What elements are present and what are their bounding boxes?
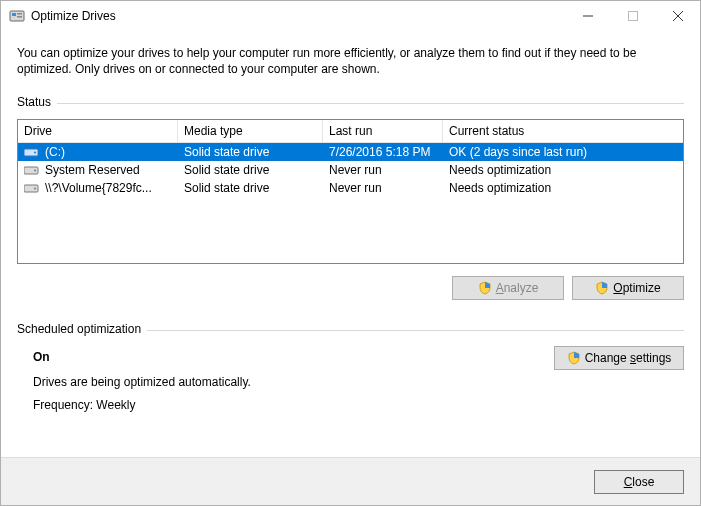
minimize-button[interactable] (565, 1, 610, 31)
svg-rect-2 (17, 13, 22, 15)
current-status: OK (2 days since last run) (443, 145, 683, 159)
divider (57, 103, 684, 104)
divider (147, 330, 684, 331)
shield-icon (595, 281, 609, 295)
close-dialog-button[interactable]: Close (594, 470, 684, 494)
drive-icon (24, 164, 40, 176)
current-status: Needs optimization (443, 181, 683, 195)
table-row[interactable]: (C:) Solid state drive 7/26/2016 5:18 PM… (18, 143, 683, 161)
svg-point-9 (34, 152, 36, 154)
last-run: Never run (323, 181, 443, 195)
intro-text: You can optimize your drives to help you… (17, 45, 684, 77)
table-row[interactable]: System Reserved Solid state drive Never … (18, 161, 683, 179)
analyze-button[interactable]: Analyze (452, 276, 564, 300)
col-last[interactable]: Last run (323, 120, 443, 143)
table-header: Drive Media type Last run Current status (18, 120, 683, 143)
drive-name: (C:) (45, 145, 65, 159)
analyze-label: Analyze (496, 281, 539, 295)
titlebar: Optimize Drives (1, 1, 700, 31)
media-type: Solid state drive (178, 181, 323, 195)
close-button[interactable] (655, 1, 700, 31)
last-run: 7/26/2016 5:18 PM (323, 145, 443, 159)
col-drive[interactable]: Drive (18, 120, 178, 143)
media-type: Solid state drive (178, 163, 323, 177)
window-title: Optimize Drives (31, 9, 116, 23)
table-row[interactable]: \\?\Volume{7829fc... Solid state drive N… (18, 179, 683, 197)
maximize-button[interactable] (610, 1, 655, 31)
shield-icon (478, 281, 492, 295)
change-settings-label: Change settings (585, 351, 672, 365)
svg-point-13 (34, 188, 36, 190)
svg-rect-1 (12, 13, 16, 16)
bottom-bar: Close (1, 457, 700, 505)
app-icon (9, 8, 25, 24)
drive-name: \\?\Volume{7829fc... (45, 181, 152, 195)
optimize-label: Optimize (613, 281, 660, 295)
status-label: Status (17, 95, 51, 109)
last-run: Never run (323, 163, 443, 177)
close-label: Close (624, 475, 655, 489)
change-settings-button[interactable]: Change settings (554, 346, 684, 370)
svg-rect-3 (17, 16, 22, 18)
col-media[interactable]: Media type (178, 120, 323, 143)
media-type: Solid state drive (178, 145, 323, 159)
drive-name: System Reserved (45, 163, 140, 177)
scheduled-freq: Frequency: Weekly (33, 394, 534, 417)
svg-rect-5 (628, 12, 637, 21)
shield-icon (567, 351, 581, 365)
optimize-button[interactable]: Optimize (572, 276, 684, 300)
drive-icon (24, 182, 40, 194)
drive-table: Drive Media type Last run Current status… (17, 119, 684, 264)
svg-point-11 (34, 170, 36, 172)
current-status: Needs optimization (443, 163, 683, 177)
scheduled-label: Scheduled optimization (17, 322, 141, 336)
drive-icon (24, 146, 40, 158)
scheduled-desc: Drives are being optimized automatically… (33, 371, 534, 394)
col-current[interactable]: Current status (443, 120, 683, 143)
scheduled-state: On (33, 346, 534, 369)
